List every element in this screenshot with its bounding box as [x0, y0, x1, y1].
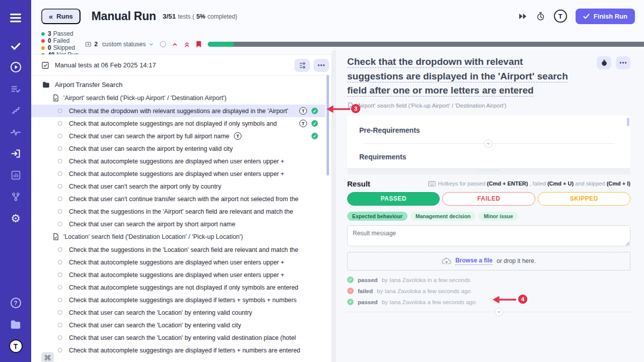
history-item: ✓passedby Iana Zavoloka in a few seconds [347, 275, 630, 286]
tree-suite-row[interactable]: 'Location' search field ('Destination Lo… [31, 230, 326, 243]
tree-test-row[interactable]: Check that autocomplete suggestions are … [31, 155, 326, 167]
runs-play-icon[interactable] [5, 56, 27, 78]
chevrons-up-icon[interactable] [184, 41, 190, 48]
result-tag[interactable]: Minor issue [478, 212, 518, 221]
test-label: Check that autocomplete suggestions are … [69, 272, 284, 279]
tree-test-row[interactable]: Check that user can search the airport b… [31, 142, 326, 155]
status-dot [41, 32, 45, 36]
test-more-button[interactable] [616, 56, 630, 69]
test-label: Check that user can search the airport b… [69, 221, 235, 228]
breadcrumb[interactable]: 'Airport' search field ('Pick-up Airport… [347, 103, 630, 109]
bookmark-icon[interactable] [196, 41, 202, 48]
tree-test-row[interactable]: Check that user can search the airport b… [31, 130, 326, 142]
test-circle-icon [58, 323, 62, 327]
result-message-input[interactable] [347, 225, 630, 246]
main-area: « Runs Manual Run 3/51 tests ( 5% comple… [31, 0, 644, 362]
run-snapshot-title: Manual tests at 06 Feb 2025 14:17 [55, 61, 156, 69]
passed-check-icon: ✓ [311, 120, 318, 127]
tree-test-row[interactable]: Check that the suggestions in the 'Locat… [31, 243, 326, 256]
section-requirements: Requirements [359, 153, 618, 161]
tree-test-row[interactable]: Check that user can search the 'Location… [31, 306, 326, 319]
tree-test-row[interactable]: Check that user can't search the airport… [31, 180, 326, 193]
test-label: Check that user can search the 'Location… [69, 334, 296, 341]
description-resize-handle[interactable]: ········· [347, 168, 630, 174]
history-text: by Iana Zavoloka a few seconds ago [377, 288, 471, 294]
test-timer-button[interactable] [597, 56, 611, 69]
tree-test-row[interactable]: Check that the suggestions in the 'Airpo… [31, 205, 326, 218]
percent-completed: 5% [196, 13, 205, 20]
annotation-badge-3: 3 [351, 104, 360, 113]
annotation-arrow-3 [325, 104, 353, 115]
chevron-down-icon [486, 141, 491, 146]
tree-test-row[interactable]: Check that autocomplete suggestions are … [31, 167, 326, 180]
finish-run-button[interactable]: Finish Run [576, 9, 635, 24]
menu-hamburger-icon[interactable] [5, 7, 27, 29]
help-icon[interactable]: ? [5, 292, 27, 314]
tree-test-row[interactable]: Check that autocomplete suggestings are … [31, 281, 326, 294]
tree-test-row[interactable]: Check that user can search the 'Location… [31, 319, 326, 331]
circle-marker-icon[interactable] [160, 41, 166, 47]
tree-view-toggle-button[interactable] [294, 59, 310, 72]
tree-folder-row[interactable]: Airport Transfer Search [31, 78, 326, 92]
tree-test-row[interactable]: Check that the dropdown with relevant su… [31, 105, 326, 117]
test-label: Check that autocomplete suggestings are … [69, 284, 298, 291]
result-passed-button[interactable]: PASSED [347, 192, 440, 206]
chevron-down-icon [497, 310, 501, 314]
tree-test-row[interactable]: Check that user can't continue transfer … [31, 193, 326, 205]
test-title[interactable]: Check that the dropdown with relevant su… [347, 55, 630, 98]
custom-statuses-toggle[interactable]: 2 custom statuses [85, 41, 153, 48]
tests-check-icon[interactable] [5, 35, 27, 56]
tree-test-row[interactable]: Check that autocomplete suggestions are … [31, 268, 326, 281]
status-count-item: 0Skipped [41, 44, 78, 51]
result-tag[interactable]: Expected behaviour [347, 212, 408, 221]
test-label: Check that autocomplete suggestings are … [69, 297, 297, 304]
result-failed-button[interactable]: FAILED [442, 192, 535, 206]
tree-scrollbar-thumb[interactable] [327, 75, 329, 175]
timer-icon[interactable] [536, 12, 545, 21]
analytics-chart-icon[interactable] [5, 164, 27, 186]
history-text: by Iana Zavoloka a few seconds ago [382, 299, 476, 305]
settings-gear-icon[interactable]: ⚙ [5, 208, 27, 229]
test-description-card: Pre-Requirements Requirements ········· [347, 116, 630, 174]
tree-test-row[interactable]: Check that autocomplete suggestions are … [31, 256, 326, 268]
stopwatch-icon [601, 59, 607, 66]
steps-icon[interactable] [5, 100, 27, 121]
status-count: 0 [48, 44, 51, 51]
test-label: Check that user can't search the airport… [69, 183, 221, 190]
testomat-badge-icon: T [299, 120, 307, 127]
keyboard-shortcuts-hint[interactable]: ⌘ [41, 352, 54, 362]
tree-test-row[interactable]: Check that autocomplete suggestings are … [31, 344, 326, 356]
tree-structure-icon [299, 62, 306, 69]
account-logo-icon[interactable]: T [554, 10, 567, 23]
collapse-history-toggle[interactable] [495, 308, 503, 316]
results-list-check-icon[interactable] [5, 78, 27, 100]
tree-test-row[interactable]: Check that autocomplete suggestings are … [31, 117, 326, 130]
check-icon [583, 14, 590, 19]
back-to-runs-button[interactable]: « Runs [41, 9, 80, 24]
tree-test-row[interactable]: Check that user can search the airport b… [31, 218, 326, 230]
test-label: Check that user can search the 'Location… [69, 322, 241, 329]
annotation-arrow-4 [492, 294, 518, 305]
file-dropzone[interactable]: Browse a file or drop it here. [347, 252, 630, 270]
result-tag[interactable]: Management decision [411, 212, 476, 221]
test-label: Check that user can search the airport b… [69, 145, 233, 152]
chevron-down-icon [148, 42, 154, 47]
result-skipped-button[interactable]: SKIPPED [538, 192, 630, 206]
more-dots-icon [318, 64, 325, 66]
tree-more-button[interactable] [313, 59, 329, 72]
branch-icon[interactable] [5, 186, 27, 208]
docs-folder-icon[interactable] [5, 314, 27, 335]
tree-test-row[interactable]: Check that autocomplete suggestings are … [31, 294, 326, 306]
chevron-up-icon[interactable] [172, 41, 178, 48]
activity-pulse-icon[interactable] [5, 121, 27, 143]
import-icon[interactable] [5, 143, 27, 164]
tree-test-row[interactable]: Check that user can search the 'Location… [31, 331, 326, 344]
test-circle-icon [58, 298, 62, 302]
tree-suite-row[interactable]: 'Airport' search field ('Pick-up Airport… [31, 92, 326, 105]
status-label: Failed [53, 37, 70, 44]
fast-forward-icon[interactable] [519, 13, 527, 20]
card-scrollbar-thumb[interactable] [627, 118, 629, 126]
browse-file-link[interactable]: Browse a file [455, 257, 493, 265]
collapse-section-toggle[interactable] [484, 139, 493, 148]
testomat-logo[interactable]: T [5, 335, 27, 357]
